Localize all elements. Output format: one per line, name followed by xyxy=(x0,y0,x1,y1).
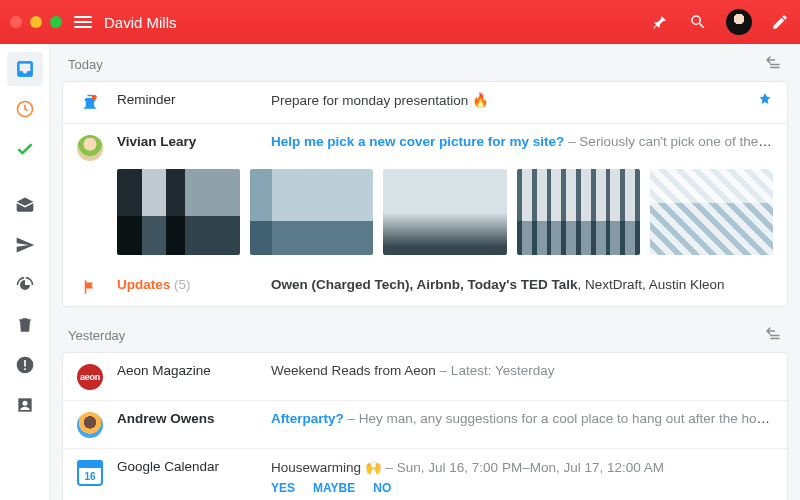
svg-point-5 xyxy=(92,95,97,100)
message-content: Weekend Reads from Aeon – Latest: Yester… xyxy=(271,363,773,378)
sender-name: Google Calendar xyxy=(117,459,257,474)
sidebar-reminders[interactable] xyxy=(7,268,43,302)
profile-avatar[interactable] xyxy=(726,9,752,35)
attachment-thumb[interactable] xyxy=(383,169,506,255)
reminder-icon xyxy=(77,92,103,113)
pin-icon[interactable] xyxy=(650,12,670,32)
flag-icon xyxy=(77,277,103,296)
sweep-icon[interactable] xyxy=(764,54,782,75)
calendar-icon: 16 xyxy=(77,459,103,486)
avatar xyxy=(77,134,103,161)
svg-rect-2 xyxy=(24,360,26,367)
pin-icon[interactable] xyxy=(757,92,773,111)
sidebar-inbox[interactable] xyxy=(7,52,43,86)
menu-button[interactable] xyxy=(74,16,92,28)
rsvp-yes[interactable]: YES xyxy=(271,481,295,495)
message-row-gcal[interactable]: 16 Google Calendar Housewarming 🙌 – Sun,… xyxy=(63,448,787,500)
window-controls xyxy=(10,16,62,28)
rsvp-maybe[interactable]: MAYBE xyxy=(313,481,355,495)
compose-icon[interactable] xyxy=(770,12,790,32)
account-name: David Mills xyxy=(104,14,177,31)
section-header-yesterday: Yesterday xyxy=(50,315,800,352)
sender-name: Andrew Owens xyxy=(117,411,257,426)
sidebar-drafts[interactable] xyxy=(7,188,43,222)
avatar xyxy=(77,411,103,438)
today-card: Reminder Prepare for monday presentation… xyxy=(62,81,788,307)
attachment-thumb[interactable] xyxy=(650,169,773,255)
attachment-thumb[interactable] xyxy=(117,169,240,255)
bundle-row-updates[interactable]: Updates (5) Owen (Charged Tech), Airbnb,… xyxy=(63,267,787,306)
message-row-vivian[interactable]: Vivian Leary Help me pick a new cover pi… xyxy=(63,123,787,169)
bundle-senders: Owen (Charged Tech), Airbnb, Today's TED… xyxy=(271,277,773,292)
attachment-thumb[interactable] xyxy=(250,169,373,255)
bundle-name: Updates (5) xyxy=(117,277,257,292)
sidebar-snoozed[interactable] xyxy=(7,92,43,126)
maximize-window-button[interactable] xyxy=(50,16,62,28)
yesterday-card: aeon Aeon Magazine Weekend Reads from Ae… xyxy=(62,352,788,500)
sidebar-sent[interactable] xyxy=(7,228,43,262)
sender-name: Vivian Leary xyxy=(117,134,257,149)
close-window-button[interactable] xyxy=(10,16,22,28)
rsvp-actions: YES MAYBE NO xyxy=(271,481,773,495)
reminder-sender: Reminder xyxy=(117,92,257,107)
sidebar-contacts[interactable] xyxy=(7,388,43,422)
message-subject: Help me pick a new cover picture for my … xyxy=(271,134,564,149)
message-content: Help me pick a new cover picture for my … xyxy=(271,134,773,149)
attachment-thumbnails xyxy=(63,169,787,267)
message-content: Housewarming 🙌 – Sun, Jul 16, 7:00 PM–Mo… xyxy=(271,459,773,495)
sender-name: Aeon Magazine xyxy=(117,363,257,378)
svg-point-4 xyxy=(22,401,27,406)
sidebar xyxy=(0,44,50,500)
message-content: Afterparty? – Hey man, any suggestions f… xyxy=(271,411,773,426)
sidebar-done[interactable] xyxy=(7,132,43,166)
message-row-andrew[interactable]: Andrew Owens Afterparty? – Hey man, any … xyxy=(63,400,787,448)
section-label: Yesterday xyxy=(68,328,125,343)
minimize-window-button[interactable] xyxy=(30,16,42,28)
titlebar: David Mills xyxy=(0,0,800,44)
section-header-today: Today xyxy=(50,44,800,81)
search-icon[interactable] xyxy=(688,12,708,32)
avatar: aeon xyxy=(77,363,103,390)
svg-rect-3 xyxy=(24,368,26,370)
message-preview: – Seriously can't pick one of these ... xyxy=(564,134,773,149)
message-row-aeon[interactable]: aeon Aeon Magazine Weekend Reads from Ae… xyxy=(63,353,787,400)
attachment-thumb[interactable] xyxy=(517,169,640,255)
message-list: Today Reminder Prepare for monday presen… xyxy=(50,44,800,500)
section-label: Today xyxy=(68,57,103,72)
sidebar-trash[interactable] xyxy=(7,308,43,342)
reminder-text: Prepare for monday presentation 🔥 xyxy=(271,92,743,108)
reminder-row[interactable]: Reminder Prepare for monday presentation… xyxy=(63,82,787,123)
rsvp-no[interactable]: NO xyxy=(373,481,391,495)
sidebar-spam[interactable] xyxy=(7,348,43,382)
sweep-icon[interactable] xyxy=(764,325,782,346)
